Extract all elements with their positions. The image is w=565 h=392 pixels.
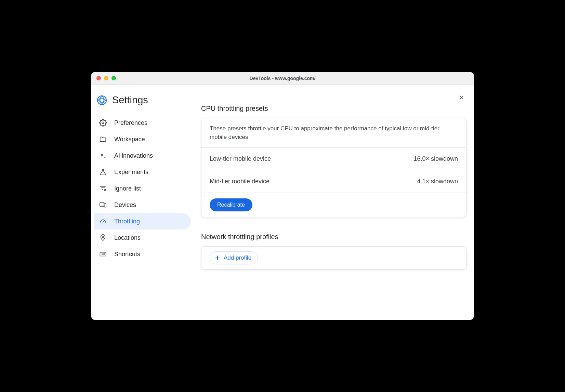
cpu-throttling-heading: CPU throttling presets (201, 105, 467, 113)
window-title: DevTools - www.google.com/ (91, 76, 474, 81)
svg-rect-6 (100, 252, 106, 256)
recalibrate-button[interactable]: Recalibrate (210, 198, 252, 211)
main: CPU throttling presets These presets thr… (194, 85, 474, 320)
sidebar-item-experiments[interactable]: Experiments (94, 164, 191, 180)
preset-value: 16.0× slowdown (413, 155, 458, 162)
svg-point-0 (97, 96, 106, 105)
settings-header: Settings (94, 94, 191, 115)
close-button[interactable] (456, 92, 467, 103)
filter-x-icon (99, 185, 107, 192)
svg-rect-3 (100, 203, 104, 206)
sidebar-item-preferences[interactable]: Preferences (94, 115, 191, 131)
sidebar-item-throttling[interactable]: Throttling (94, 213, 191, 230)
preset-name: Mid-tier mobile device (210, 178, 270, 185)
sidebar-item-label: Locations (114, 234, 141, 241)
throttling-preset-row: Mid-tier mobile device 4.1× slowdown (201, 170, 466, 193)
devices-icon (99, 201, 107, 209)
cpu-throttling-card: These presets throttle your CPU to appro… (201, 118, 467, 217)
svg-point-5 (102, 236, 104, 238)
folder-icon (99, 135, 107, 143)
svg-rect-4 (104, 204, 106, 207)
content: Settings Preferences Workspace AI innova… (91, 85, 474, 320)
card-actions: Recalibrate (201, 193, 466, 217)
sidebar-item-label: Preferences (114, 119, 147, 127)
sidebar-item-label: Workspace (114, 136, 145, 143)
preset-value: 4.1× slowdown (417, 178, 458, 185)
window-minimize-button[interactable] (104, 76, 108, 80)
settings-nav: Preferences Workspace AI innovations Exp… (94, 115, 191, 262)
sidebar-item-label: Ignore list (114, 185, 141, 192)
sidebar: Settings Preferences Workspace AI innova… (91, 85, 194, 320)
close-icon (458, 94, 465, 101)
sidebar-item-label: Experiments (114, 169, 148, 176)
sidebar-item-devices[interactable]: Devices (94, 197, 191, 213)
flask-icon (99, 168, 107, 176)
sidebar-item-label: Shortcuts (114, 251, 140, 258)
window-frame: DevTools - www.google.com/ Settings Pref… (91, 72, 474, 320)
plus-icon (214, 254, 221, 261)
sidebar-item-shortcuts[interactable]: Shortcuts (94, 246, 191, 262)
page-title: Settings (112, 94, 148, 106)
sidebar-item-label: Devices (114, 201, 136, 209)
sidebar-item-ignore-list[interactable]: Ignore list (94, 180, 191, 197)
throttling-preset-row: Low-tier mobile device 16.0× slowdown (201, 148, 466, 170)
preset-name: Low-tier mobile device (210, 155, 271, 162)
svg-point-2 (102, 122, 104, 124)
add-profile-button[interactable]: Add profile (210, 251, 258, 264)
window-close-button[interactable] (96, 76, 101, 80)
gauge-icon (99, 218, 107, 225)
sidebar-item-locations[interactable]: Locations (94, 230, 191, 246)
window-zoom-button[interactable] (111, 76, 116, 80)
sidebar-item-ai-innovations[interactable]: AI innovations (94, 147, 191, 164)
sidebar-item-workspace[interactable]: Workspace (94, 131, 191, 147)
cpu-throttling-description: These presets throttle your CPU to appro… (201, 118, 466, 148)
traffic-lights (96, 76, 116, 80)
titlebar: DevTools - www.google.com/ (91, 72, 474, 85)
network-throttling-card: Add profile (201, 246, 467, 270)
network-throttling-heading: Network throttling profiles (201, 233, 467, 241)
add-profile-label: Add profile (224, 254, 251, 261)
sidebar-item-label: Throttling (114, 218, 140, 225)
sidebar-item-label: AI innovations (114, 152, 153, 159)
devtools-icon (97, 95, 107, 105)
sparkle-icon (99, 152, 107, 159)
location-pin-icon (99, 234, 107, 241)
gear-icon (99, 119, 107, 127)
keyboard-icon (99, 250, 107, 258)
